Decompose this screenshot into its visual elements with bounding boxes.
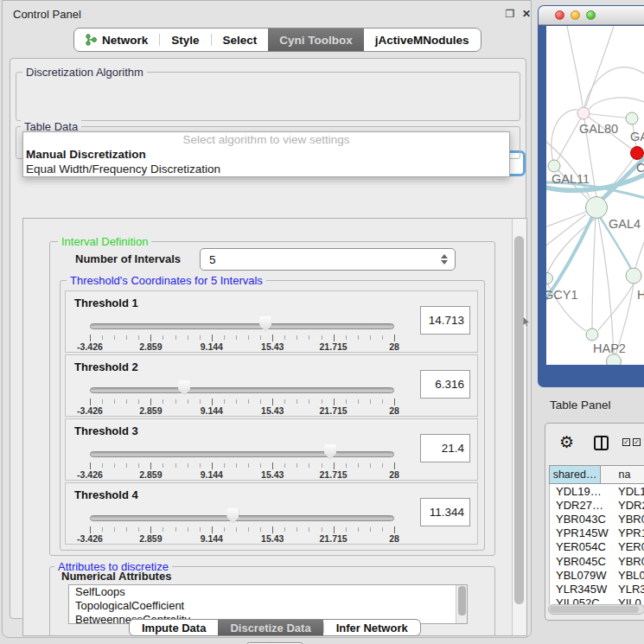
columns-icon[interactable]	[594, 436, 609, 450]
slider-major-ticks	[90, 399, 395, 405]
table-row[interactable]: YDL19…YDL1	[550, 484, 644, 498]
tick-label: 2.859	[139, 405, 162, 416]
close-traffic-light-icon[interactable]	[555, 10, 564, 20]
table-row[interactable]: YIL052CYIL0	[550, 596, 644, 605]
threshold-value-field[interactable]: 11.344	[420, 498, 470, 526]
tab-style[interactable]: Style	[160, 29, 210, 51]
threshold-label: Threshold 1	[74, 296, 138, 309]
threshold-value-field[interactable]: 6.316	[420, 370, 470, 399]
table-row[interactable]: YER054CYER0	[550, 540, 644, 554]
tab-impute-data[interactable]: Impute Data	[130, 620, 218, 635]
node-label-gal80: GAL80	[579, 122, 618, 136]
cell: YIL0	[613, 596, 641, 604]
cell: YDL19…	[550, 485, 613, 498]
tab-select[interactable]: Select	[212, 29, 269, 51]
tick-label: -3.426	[77, 405, 103, 416]
table-horizontal-scrollbar[interactable]	[548, 604, 644, 615]
threshold-2-panel: Threshold 2 -3.426 2.859 9.144 15.43 21.…	[65, 354, 478, 417]
table-row[interactable]: YBL079WYBL0	[550, 568, 644, 582]
list-item[interactable]: SelfLoops	[69, 585, 467, 599]
zoom-traffic-light-icon[interactable]	[586, 10, 596, 20]
checkbox-checked-icon[interactable]: ✓	[622, 438, 630, 446]
cell: YLR345W	[550, 583, 613, 596]
table-header-row: shared… na	[549, 465, 644, 484]
tab-jactivemnodules[interactable]: jActiveMNodules	[364, 29, 481, 51]
threshold-slider-thumb[interactable]	[226, 508, 239, 524]
cell: YPR145W	[550, 526, 613, 539]
threshold-slider-track[interactable]	[90, 323, 394, 329]
table-row[interactable]: YBR045CYBR0	[550, 554, 644, 568]
table-panel-toolbar: ⚙ ✓ ✓	[545, 424, 644, 462]
cell: YDL1	[613, 485, 644, 498]
tick-label: 28	[389, 405, 399, 416]
tick-label: 9.144	[201, 341, 223, 352]
settings-vertical-scrollbar[interactable]	[512, 219, 526, 635]
tick-label: 9.144	[201, 405, 223, 416]
list-vertical-scrollbar[interactable]	[456, 585, 467, 623]
network-canvas[interactable]: GAL80 GA C GAL11 GAL4 GCY1 H HAP2	[546, 26, 644, 365]
network-window-titlebar[interactable]	[539, 6, 644, 25]
number-of-intervals-combobox[interactable]: 5	[200, 248, 456, 271]
tick-label: 28	[389, 469, 399, 480]
slider-tick-labels: -3.426 2.859 9.144 15.43 21.715 28	[90, 341, 394, 352]
network-graph-icon	[86, 34, 97, 46]
dropdown-option-manual-discretization[interactable]: Manual Discretization	[23, 147, 509, 162]
node-label-hap2: HAP2	[593, 341, 626, 355]
combo-spinner-icon	[441, 254, 448, 265]
threshold-slider-thumb[interactable]	[178, 380, 190, 396]
window-title: Control Panel	[13, 8, 81, 21]
column-header-shared[interactable]: shared…	[549, 466, 600, 483]
threshold-value-field[interactable]: 14.713	[420, 306, 470, 335]
threshold-3-panel: Threshold 3 -3.426 2.859 9.144 15.43 21.…	[65, 418, 478, 481]
table-row[interactable]: YPR145WYPR1	[550, 526, 644, 540]
tick-label: 28	[389, 533, 399, 544]
tick-label: 15.43	[261, 469, 284, 480]
slider-major-ticks	[90, 335, 395, 341]
tab-label: Cyni Toolbox	[279, 34, 353, 47]
tab-label: Infer Network	[336, 622, 408, 634]
threshold-slider-thumb[interactable]	[324, 444, 336, 460]
tick-label: 9.144	[201, 469, 223, 480]
cell: YER054C	[550, 540, 613, 553]
threshold-slider-track[interactable]	[90, 515, 394, 521]
tab-label: Select	[223, 34, 258, 47]
cell: YBR045C	[550, 555, 613, 568]
table-row[interactable]: YDR27…YDR2	[550, 498, 644, 512]
control-panel-window: Control Panel ❐ ✕ Network Style	[2, 0, 532, 638]
tick-label: 21.715	[320, 533, 348, 544]
tab-discretize-data[interactable]: Discretize Data	[218, 620, 322, 635]
threshold-label: Threshold 3	[74, 424, 138, 437]
threshold-slider-track[interactable]	[90, 387, 394, 393]
gear-icon[interactable]: ⚙	[559, 432, 574, 452]
group-title-thresholds: Threshold's Coordinates for 5 Intervals	[67, 274, 266, 287]
tab-infer-network[interactable]: Infer Network	[324, 620, 420, 635]
minimize-traffic-light-icon[interactable]	[571, 10, 580, 20]
node-label-gal4: GAL4	[609, 217, 641, 231]
tab-label: Network	[102, 34, 148, 47]
list-item[interactable]: TopologicalCoefficient	[69, 599, 467, 613]
checkbox-checked-icon[interactable]: ✓	[633, 438, 641, 446]
cell: YLR3	[613, 583, 644, 596]
tab-cyni-toolbox[interactable]: Cyni Toolbox	[268, 29, 364, 51]
mouse-cursor	[523, 316, 531, 328]
close-window-icon[interactable]: ✕	[520, 8, 532, 20]
threshold-slider-thumb[interactable]	[259, 316, 271, 332]
node-selected-red	[631, 147, 644, 160]
tab-label: Discretize Data	[230, 622, 310, 634]
cell: YDR27…	[550, 499, 613, 512]
tab-network[interactable]: Network	[74, 29, 159, 51]
dropdown-option-equal-width-frequency[interactable]: Equal Width/Frequency Discretization	[23, 162, 509, 176]
control-panel-tabbar: Network Style Select Cyni Toolbox jActiv…	[73, 28, 481, 52]
table-row[interactable]: YBR043CYBR0	[550, 512, 644, 526]
threshold-1-panel: Threshold 1 -3.426 2.859 9.144 15.43 21.…	[65, 290, 478, 353]
threshold-value-field[interactable]: 21.4	[420, 434, 470, 462]
slider-major-ticks	[90, 462, 395, 469]
threshold-slider-track[interactable]	[90, 451, 394, 457]
tick-label: 21.715	[320, 405, 348, 416]
table-row[interactable]: YLR345WYLR3	[550, 582, 644, 596]
settings-scrollpane: Interval Definition Number of Intervals …	[22, 218, 527, 636]
cell: YBR0	[613, 555, 644, 568]
cell: YBL079W	[550, 569, 613, 582]
column-header-name[interactable]: na	[600, 466, 644, 483]
float-window-icon[interactable]: ❐	[504, 8, 516, 20]
